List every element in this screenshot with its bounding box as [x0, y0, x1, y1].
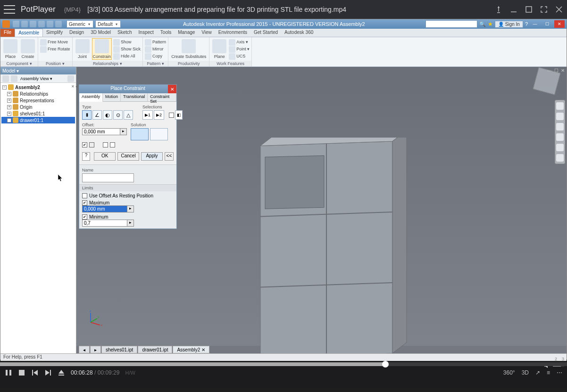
doc-tab[interactable]: shelves01.ipt — [101, 346, 137, 353]
free-rotate-button[interactable]: Free Rotate — [40, 46, 70, 53]
doc-tab-nav[interactable]: ◂ — [79, 346, 90, 353]
nav-zoom-icon[interactable] — [556, 123, 564, 131]
3d-button[interactable]: 3D — [522, 369, 529, 376]
360-button[interactable]: 360° — [503, 369, 515, 376]
tree-item-selected[interactable]: +drawer01:1 — [1, 117, 75, 123]
minimize-icon[interactable] — [509, 5, 518, 14]
close-icon[interactable] — [555, 5, 563, 14]
predict-check[interactable] — [89, 142, 94, 147]
nav-lookat-icon[interactable] — [556, 144, 564, 151]
apply-button[interactable]: Apply — [141, 152, 163, 161]
maximum-check[interactable]: ✔ — [82, 200, 87, 205]
tab-view[interactable]: View — [198, 29, 215, 37]
preview-check[interactable]: ✔ — [82, 142, 87, 147]
favorite-icon[interactable]: ★ — [488, 21, 493, 27]
stop-icon[interactable] — [18, 369, 25, 376]
qat-button[interactable] — [55, 21, 62, 27]
sign-in-button[interactable]: 👤 Sign In — [495, 21, 523, 28]
constrain-button[interactable]: Constrain — [92, 38, 112, 60]
use-offset-check[interactable] — [82, 193, 87, 198]
dialog-tab-transitional[interactable]: Transitional — [121, 93, 148, 101]
type-angle-icon[interactable]: ∠ — [92, 110, 102, 120]
inv-restore-icon[interactable]: ☐ — [542, 20, 552, 28]
tab-3dmodel[interactable]: 3D Model — [87, 29, 114, 37]
maximize-icon[interactable] — [525, 5, 533, 14]
qat-button[interactable] — [21, 21, 28, 27]
type-insert-icon[interactable]: ⊙ — [113, 110, 123, 120]
place-button[interactable]: Place — [2, 38, 18, 60]
qat-button[interactable] — [38, 21, 45, 27]
tab-sketch[interactable]: Sketch — [114, 29, 135, 37]
minimum-check[interactable]: ✔ — [82, 214, 87, 220]
material-combo[interactable]: Generic — [67, 20, 93, 28]
hide-all-button[interactable]: Hide All — [113, 53, 141, 60]
axis-button[interactable]: Axis ▾ — [229, 39, 250, 46]
search-icon[interactable]: 🔍 — [479, 21, 486, 27]
copy-button[interactable]: Copy — [145, 53, 166, 60]
fullscreen-icon[interactable] — [540, 5, 548, 14]
nav-orbit-icon[interactable] — [556, 133, 564, 141]
hw-indicator[interactable]: H/W — [125, 370, 135, 376]
tab-tools[interactable]: Tools — [157, 29, 175, 37]
hamburger-menu-icon[interactable] — [4, 5, 15, 14]
tab-simplify[interactable]: Simplify — [43, 29, 66, 37]
pin-icon[interactable] — [494, 5, 503, 14]
tab-autodesk360[interactable]: Autodesk 360 — [281, 29, 317, 37]
ucs-button[interactable]: UCS — [229, 53, 250, 60]
tab-design[interactable]: Design — [66, 29, 87, 37]
type-mate-icon[interactable]: ⬍ — [82, 110, 92, 120]
seek-bar[interactable]: 2 3 — [0, 362, 567, 366]
dialog-tab-motion[interactable]: Motion — [103, 93, 121, 101]
search-input[interactable] — [425, 20, 477, 28]
point-button[interactable]: Point ▾ — [229, 46, 250, 53]
show-sick-button[interactable]: Show Sick — [113, 46, 141, 53]
minimum-input[interactable] — [82, 220, 127, 227]
maximum-dropdown-icon[interactable]: ▸ — [127, 205, 134, 212]
type-tangent-icon[interactable]: ◐ — [103, 110, 112, 120]
pattern-button[interactable]: Pattern — [145, 39, 166, 46]
model-panel-header[interactable]: Model ▾ — [0, 67, 76, 74]
doc-close-icon[interactable]: ✕ — [561, 68, 565, 73]
show-button[interactable]: Show — [113, 39, 141, 46]
nav-home-icon[interactable] — [556, 154, 564, 162]
tree-item[interactable]: +Representations — [1, 97, 75, 104]
3d-model-shelf[interactable] — [204, 138, 440, 353]
view-icon[interactable] — [11, 75, 17, 82]
minimum-dropdown-icon[interactable]: ▸ — [127, 220, 134, 227]
create-substitutes-button[interactable]: Create Substitutes — [170, 38, 207, 60]
nav-wheel-icon[interactable] — [556, 102, 564, 110]
view-selector[interactable]: Assembly View ▾ — [19, 76, 66, 81]
tree-root[interactable]: −Assembly2 — [1, 84, 75, 90]
doc-tab[interactable]: drawer01.ipt — [138, 346, 172, 353]
help-icon[interactable]: ? — [525, 21, 528, 27]
plane-button[interactable]: Plane — [211, 38, 227, 60]
tab-assemble[interactable]: Assemble — [15, 29, 43, 37]
panel-pin[interactable]: ✕ ◂ — [71, 84, 77, 89]
qat-button[interactable] — [30, 21, 36, 27]
tab-inspect[interactable]: Inspect — [135, 29, 157, 37]
offset-input[interactable] — [82, 128, 120, 135]
dialog-close-icon[interactable]: ✕ — [168, 85, 176, 93]
qat-button[interactable] — [13, 21, 19, 27]
joint-button[interactable]: Joint — [75, 38, 91, 60]
find-icon[interactable] — [67, 75, 74, 82]
free-move-button[interactable]: Free Move — [40, 39, 70, 46]
solution-flush-button[interactable] — [150, 128, 168, 140]
playlist-icon[interactable]: ≡ — [547, 369, 550, 376]
selection-2-button[interactable]: ▶2 — [154, 110, 164, 120]
dialog-tab-assembly[interactable]: Assembly — [79, 93, 103, 102]
selection-1-button[interactable]: ▶1 — [142, 110, 153, 120]
offset-dropdown-icon[interactable]: ▸ — [120, 128, 127, 135]
help-icon[interactable]: ? — [82, 152, 90, 161]
prev-icon[interactable] — [31, 369, 39, 376]
dialog-titlebar[interactable]: Place Constraint✕ — [79, 85, 176, 93]
doc-tab-nav[interactable]: ▸ — [90, 346, 101, 353]
qat-button[interactable] — [47, 21, 53, 27]
solution-mate-button[interactable] — [131, 128, 149, 140]
nav-pan-icon[interactable] — [556, 113, 564, 120]
eject-icon[interactable] — [58, 369, 65, 376]
type-symmetry-icon[interactable]: △ — [124, 110, 133, 120]
play-pause-icon[interactable] — [5, 369, 12, 376]
collapse-button[interactable]: << — [165, 152, 174, 161]
dialog-tab-constraintset[interactable]: Constraint Set — [148, 93, 176, 101]
